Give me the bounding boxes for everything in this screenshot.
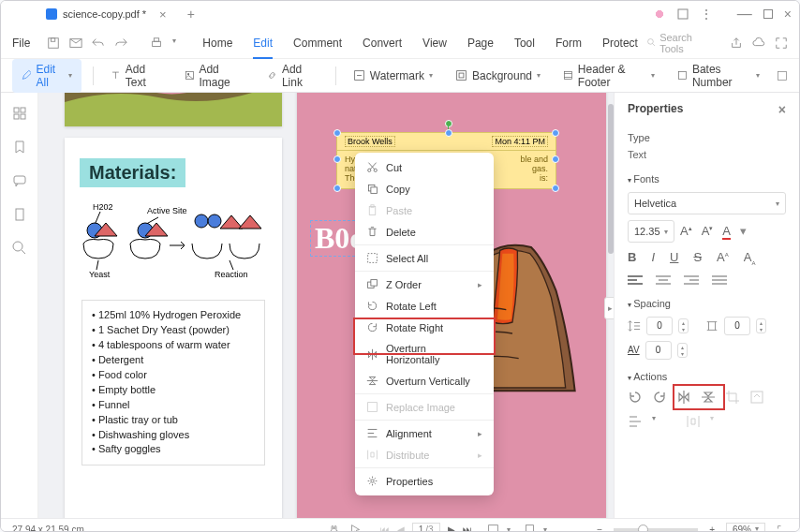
resize-handle[interactable] [552,129,559,137]
menu-convert[interactable]: Convert [363,37,402,50]
share-icon[interactable] [730,37,743,50]
menu-tool[interactable]: Tool [514,37,535,50]
resize-handle[interactable] [552,185,559,192]
header-footer-button[interactable]: Header & Footer▾ [557,59,660,93]
line-height-input[interactable]: 0 [646,317,673,335]
maximize-button[interactable] [763,9,773,19]
menu-edit[interactable]: Edit [253,37,273,59]
resize-handle[interactable] [333,129,341,137]
select-tool-icon[interactable] [349,524,362,532]
add-image-button[interactable]: Add Image [179,59,251,93]
menu-view[interactable]: View [422,37,447,50]
font-decrease-icon[interactable]: A▾ [702,224,714,240]
ctx-alignment[interactable]: Alignment▸ [355,422,494,444]
flip-vertical-action-icon[interactable] [701,390,716,405]
resize-handle[interactable] [333,155,341,163]
distribute-action-icon[interactable] [686,414,701,429]
expand-icon[interactable] [775,37,788,50]
resize-handle[interactable] [552,155,559,163]
ctx-z-order[interactable]: Z Order▸ [355,273,494,295]
mail-icon[interactable] [69,37,82,50]
ctx-cut[interactable]: Cut [355,156,494,178]
background-button[interactable]: Background▾ [450,66,546,86]
menu-page[interactable]: Page [467,37,494,50]
font-increase-icon[interactable]: A▴ [680,224,692,240]
ctx-rotate-right[interactable]: Rotate Right [355,317,494,338]
search-panel-icon[interactable] [12,241,27,256]
last-page-icon[interactable]: ⏭ [463,525,472,532]
subscript-icon[interactable]: AA [744,250,756,266]
theme-icon[interactable] [653,7,666,21]
more-tools-icon[interactable] [777,69,788,82]
actions-section[interactable]: Actions [628,371,786,382]
zoom-thumb[interactable] [638,525,648,532]
spacing-section[interactable]: Spacing [628,298,786,309]
ctx-properties[interactable]: Properties [355,470,494,492]
close-panel-icon[interactable]: × [778,102,786,117]
attachment-icon[interactable] [12,207,27,222]
align-right-icon[interactable] [684,275,699,287]
menu-home[interactable]: Home [202,37,232,50]
thumbnails-icon[interactable] [12,106,27,121]
resize-handle[interactable] [333,185,341,192]
prev-page-icon[interactable]: ◀ [397,525,405,532]
align-action-icon[interactable] [628,414,643,429]
align-center-icon[interactable] [656,275,671,287]
rotate-handle[interactable] [445,120,452,127]
document-tab[interactable]: science-copy.pdf * × [35,3,178,25]
collapse-panel-icon[interactable]: ▸ [604,297,614,319]
more-icon[interactable]: ⋮ [700,7,713,22]
print-icon[interactable] [150,37,163,50]
comment-icon[interactable] [12,173,27,188]
align-left-icon[interactable] [628,275,643,287]
font-color-icon[interactable]: A [722,224,731,240]
replace-action-icon[interactable] [749,390,764,405]
print-caret-icon[interactable]: ▾ [172,37,176,50]
spinner[interactable]: ▴▾ [678,318,689,333]
watermark-button[interactable]: Watermark▾ [348,66,438,86]
save-icon[interactable] [47,37,60,50]
crop-action-icon[interactable] [725,390,740,405]
fit-icon[interactable] [524,524,536,532]
zoom-slider[interactable] [614,528,698,531]
zoom-out-icon[interactable]: − [597,525,602,532]
font-family-select[interactable]: Helvetica▾ [628,192,786,214]
italic-icon[interactable]: I [651,250,655,266]
add-text-button[interactable]: Add Text [105,59,168,93]
rotate-right-action-icon[interactable] [652,390,667,405]
next-page-icon[interactable]: ▶ [448,525,455,532]
resize-handle[interactable] [445,129,452,137]
kerning-input[interactable]: 0 [645,341,672,360]
view-mode-icon[interactable] [487,524,499,532]
menu-protect[interactable]: Protect [602,37,638,50]
ctx-overturn-v[interactable]: Overturn Vertically [355,370,494,392]
superscript-icon[interactable]: AA [717,250,729,266]
font-size-input[interactable]: 12.35▾ [628,220,674,243]
redo-icon[interactable] [114,37,127,50]
ctx-copy[interactable]: Copy [355,178,494,200]
file-menu[interactable]: File [12,37,30,50]
add-link-button[interactable]: Add Link [261,59,324,93]
bookmark-icon[interactable] [12,140,27,155]
spinner[interactable]: ▴▾ [756,318,766,333]
close-tab-icon[interactable]: × [159,7,167,22]
spinner[interactable]: ▴▾ [677,343,688,358]
ctx-rotate-left[interactable]: Rotate Left [355,295,494,317]
first-page-icon[interactable]: ⏮ [380,525,390,532]
document-canvas[interactable]: W Materials: H202 Active Site Yeast [38,93,614,518]
zoom-in-icon[interactable]: + [709,525,715,532]
fonts-section[interactable]: Fonts [628,173,786,185]
ctx-overturn-h[interactable]: Overturn Horizontally [355,338,494,370]
flip-horizontal-action-icon[interactable] [676,390,691,405]
ctx-delete[interactable]: Delete [355,221,494,243]
cloud-icon[interactable] [752,37,765,50]
close-button[interactable]: × [784,7,792,22]
page-input[interactable]: 1 [419,525,424,532]
strikethrough-icon[interactable]: S [693,250,702,266]
search-tools[interactable]: Search Tools [647,32,709,54]
window-icon[interactable] [677,8,689,20]
para-spacing-input[interactable]: 0 [724,317,750,335]
ctx-select-all[interactable]: Select All [355,247,494,269]
undo-icon[interactable] [92,37,105,50]
menu-form[interactable]: Form [556,37,582,50]
